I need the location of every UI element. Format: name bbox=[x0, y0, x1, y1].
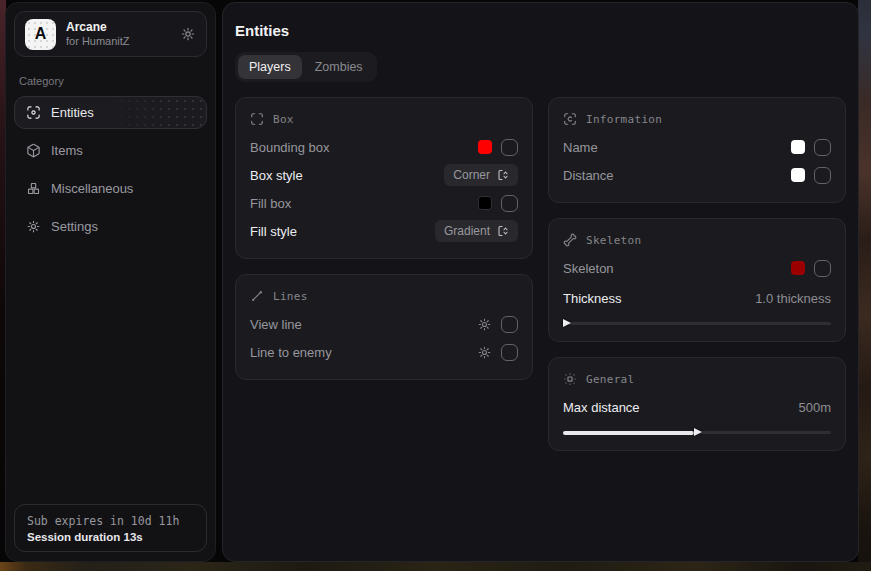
subscription-card: Sub expires in 10d 11h Session duration … bbox=[14, 504, 207, 552]
scan-icon bbox=[250, 112, 264, 126]
gear-icon[interactable] bbox=[477, 317, 492, 332]
setting-row-name: Name bbox=[563, 133, 831, 161]
section-title: Lines bbox=[273, 290, 308, 303]
section-title: Box bbox=[273, 113, 294, 126]
setting-label: Max distance bbox=[563, 400, 640, 415]
setting-label: Line to enemy bbox=[250, 345, 332, 360]
section-title: Skeleton bbox=[586, 234, 641, 247]
checkbox[interactable] bbox=[501, 316, 518, 333]
checkbox[interactable] bbox=[501, 344, 518, 361]
page-title: Entities bbox=[235, 22, 846, 39]
color-swatch[interactable] bbox=[791, 261, 805, 275]
fill-style-dropdown[interactable]: Gradient bbox=[435, 220, 518, 242]
sidebar: A Arcane for HumanitZ Category Entities bbox=[5, 2, 216, 562]
checkbox[interactable] bbox=[501, 195, 518, 212]
setting-label: Fill style bbox=[250, 224, 297, 239]
checkbox[interactable] bbox=[501, 139, 518, 156]
max-distance-slider[interactable] bbox=[563, 427, 831, 437]
slider-handle[interactable] bbox=[563, 319, 571, 327]
setting-row-fill-style: Fill style Gradient bbox=[250, 217, 518, 245]
scan-eye-icon bbox=[26, 105, 41, 120]
sidebar-item-label: Items bbox=[51, 143, 83, 158]
line-segment-icon bbox=[250, 289, 264, 303]
color-swatch[interactable] bbox=[478, 140, 492, 154]
setting-label: Name bbox=[563, 140, 598, 155]
lines-section: Lines View line L bbox=[235, 274, 533, 380]
brand-subtitle: for HumanitZ bbox=[66, 35, 170, 49]
brand-logo: A bbox=[25, 19, 56, 50]
setting-label: Thickness bbox=[563, 291, 622, 306]
color-swatch[interactable] bbox=[478, 196, 492, 210]
slider-track[interactable] bbox=[563, 322, 831, 325]
slider-value: 500m bbox=[798, 400, 831, 415]
scan-eye-icon bbox=[563, 112, 577, 126]
setting-row-box-style: Box style Corner bbox=[250, 161, 518, 189]
checkbox[interactable] bbox=[814, 167, 831, 184]
game-background-bottom bbox=[0, 562, 871, 571]
gear-icon bbox=[26, 219, 41, 234]
checkbox[interactable] bbox=[814, 260, 831, 277]
setting-row-distance: Distance bbox=[563, 161, 831, 189]
color-swatch[interactable] bbox=[791, 140, 805, 154]
section-title: General bbox=[586, 373, 634, 386]
skeleton-section: Skeleton Skeleton Thickness 1.0 thicknes… bbox=[548, 218, 846, 342]
dropdown-value: Corner bbox=[453, 168, 490, 182]
setting-label: Distance bbox=[563, 168, 614, 183]
game-background-right bbox=[858, 0, 871, 571]
setting-row-max-distance: Max distance 500m bbox=[563, 393, 831, 421]
sidebar-item-label: Miscellaneous bbox=[51, 181, 133, 196]
bone-icon bbox=[563, 233, 577, 247]
setting-row-fill-box: Fill box bbox=[250, 189, 518, 217]
brand-name: Arcane bbox=[66, 20, 170, 35]
box-section: Box Bounding box Box style Corner bbox=[235, 97, 533, 259]
category-label: Category bbox=[19, 75, 202, 87]
entity-tabs: Players Zombies bbox=[235, 52, 377, 82]
setting-label: View line bbox=[250, 317, 302, 332]
setting-label: Skeleton bbox=[563, 261, 614, 276]
brand-card: A Arcane for HumanitZ bbox=[14, 11, 207, 57]
setting-row-view-line: View line bbox=[250, 310, 518, 338]
blocks-icon bbox=[26, 181, 41, 196]
thickness-slider[interactable] bbox=[563, 318, 831, 328]
gear-icon[interactable] bbox=[477, 345, 492, 360]
session-duration-text: Session duration 13s bbox=[27, 531, 194, 543]
sidebar-item-entities[interactable]: Entities bbox=[14, 96, 207, 129]
setting-label: Bounding box bbox=[250, 140, 330, 155]
dropdown-value: Gradient bbox=[444, 224, 490, 238]
select-chevrons-icon bbox=[497, 225, 509, 237]
setting-label: Box style bbox=[250, 168, 303, 183]
sidebar-item-settings[interactable]: Settings bbox=[14, 210, 207, 243]
setting-row-bounding-box: Bounding box bbox=[250, 133, 518, 161]
sidebar-item-label: Entities bbox=[51, 105, 94, 120]
sidebar-item-items[interactable]: Items bbox=[14, 134, 207, 167]
focus-dots-icon bbox=[563, 372, 577, 386]
brand-initial: A bbox=[35, 25, 47, 43]
setting-row-thickness: Thickness 1.0 thickness bbox=[563, 284, 831, 312]
sidebar-item-miscellaneous[interactable]: Miscellaneous bbox=[14, 172, 207, 205]
gear-icon[interactable] bbox=[180, 26, 196, 42]
checkbox[interactable] bbox=[814, 139, 831, 156]
slider-handle[interactable] bbox=[694, 428, 702, 436]
sidebar-item-label: Settings bbox=[51, 219, 98, 234]
sub-expires-text: Sub expires in 10d 11h bbox=[27, 514, 194, 528]
tab-zombies[interactable]: Zombies bbox=[304, 55, 374, 79]
color-swatch[interactable] bbox=[791, 168, 805, 182]
information-section: Information Name Distance bbox=[548, 97, 846, 203]
setting-label: Fill box bbox=[250, 196, 291, 211]
select-chevrons-icon bbox=[497, 169, 509, 181]
general-section: General Max distance 500m bbox=[548, 357, 846, 451]
cube-icon bbox=[26, 143, 41, 158]
main-panel: Entities Players Zombies Box Bounding bo… bbox=[222, 2, 859, 562]
tab-players[interactable]: Players bbox=[238, 55, 302, 79]
box-style-dropdown[interactable]: Corner bbox=[444, 164, 518, 186]
slider-fill bbox=[563, 431, 694, 435]
slider-value: 1.0 thickness bbox=[755, 291, 831, 306]
setting-row-line-to-enemy: Line to enemy bbox=[250, 338, 518, 366]
setting-row-skeleton: Skeleton bbox=[563, 254, 831, 282]
section-title: Information bbox=[586, 113, 662, 126]
